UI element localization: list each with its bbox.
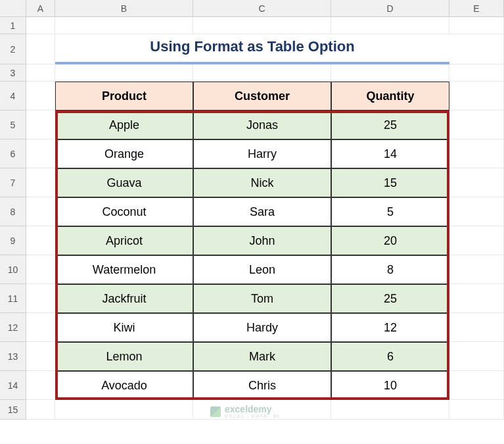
cell-c1[interactable]	[193, 17, 331, 34]
col-header-d[interactable]: D	[331, 0, 449, 17]
col-header-c[interactable]: C	[193, 0, 331, 17]
header-quantity[interactable]: Quantity	[331, 82, 449, 111]
cell-product-5[interactable]: Watermelon	[55, 255, 193, 284]
cell-product-7[interactable]: Kiwi	[55, 313, 193, 342]
cell-customer-7[interactable]: Hardy	[193, 313, 331, 342]
cell-quantity-4[interactable]: 20	[331, 226, 449, 255]
cell-product-2[interactable]: Guava	[55, 168, 193, 197]
row-header-5[interactable]: 5	[0, 111, 26, 139]
watermark-logo-icon	[210, 407, 221, 417]
cell-product-0[interactable]: Apple	[55, 111, 193, 139]
cell-a11[interactable]	[26, 284, 55, 313]
cell-customer-9[interactable]: Chris	[193, 371, 331, 400]
cell-e15[interactable]	[449, 400, 504, 420]
cell-product-8[interactable]: Lemon	[55, 342, 193, 371]
cell-e11[interactable]	[449, 284, 504, 313]
cell-quantity-2[interactable]: 15	[331, 168, 449, 197]
spreadsheet-grid: A B C D E 1 2 Using Format as Table Opti…	[0, 0, 504, 420]
cell-quantity-3[interactable]: 5	[331, 197, 449, 226]
row-header-12[interactable]: 12	[0, 313, 26, 342]
cell-product-6[interactable]: Jackfruit	[55, 284, 193, 313]
cell-a13[interactable]	[26, 342, 55, 371]
cell-e9[interactable]	[449, 226, 504, 255]
cell-customer-6[interactable]: Tom	[193, 284, 331, 313]
watermark: exceldemy EXCEL · DATA · BI	[210, 405, 280, 419]
cell-quantity-9[interactable]: 10	[331, 371, 449, 400]
row-header-2[interactable]: 2	[0, 34, 26, 64]
cell-quantity-0[interactable]: 25	[331, 111, 449, 139]
cell-a7[interactable]	[26, 168, 55, 197]
cell-customer-5[interactable]: Leon	[193, 255, 331, 284]
cell-quantity-7[interactable]: 12	[331, 313, 449, 342]
cell-d1[interactable]	[331, 17, 449, 34]
grid-corner	[0, 0, 26, 17]
cell-customer-4[interactable]: John	[193, 226, 331, 255]
cell-e4[interactable]	[449, 82, 504, 111]
cell-d3[interactable]	[331, 64, 449, 82]
cell-customer-3[interactable]: Sara	[193, 197, 331, 226]
cell-quantity-8[interactable]: 6	[331, 342, 449, 371]
row-header-13[interactable]: 13	[0, 342, 26, 371]
row-header-6[interactable]: 6	[0, 139, 26, 168]
cell-a1[interactable]	[26, 17, 55, 34]
cell-customer-2[interactable]: Nick	[193, 168, 331, 197]
cell-e12[interactable]	[449, 313, 504, 342]
row-header-4[interactable]: 4	[0, 82, 26, 111]
row-header-15[interactable]: 15	[0, 400, 26, 420]
cell-e8[interactable]	[449, 197, 504, 226]
watermark-main: exceldemy	[225, 405, 280, 414]
cell-a5[interactable]	[26, 111, 55, 139]
header-customer[interactable]: Customer	[193, 82, 331, 111]
cell-e10[interactable]	[449, 255, 504, 284]
cell-quantity-6[interactable]: 25	[331, 284, 449, 313]
page-title[interactable]: Using Format as Table Option	[55, 34, 449, 64]
cell-a12[interactable]	[26, 313, 55, 342]
cell-a14[interactable]	[26, 371, 55, 400]
cell-e7[interactable]	[449, 168, 504, 197]
cell-e14[interactable]	[449, 371, 504, 400]
cell-d15[interactable]	[331, 400, 449, 420]
row-header-11[interactable]: 11	[0, 284, 26, 313]
row-header-1[interactable]: 1	[0, 17, 26, 34]
row-header-9[interactable]: 9	[0, 226, 26, 255]
col-header-e[interactable]: E	[449, 0, 504, 17]
header-product[interactable]: Product	[55, 82, 193, 111]
cell-c3[interactable]	[193, 64, 331, 82]
row-header-14[interactable]: 14	[0, 371, 26, 400]
cell-e3[interactable]	[449, 64, 504, 82]
cell-a4[interactable]	[26, 82, 55, 111]
cell-a2[interactable]	[26, 34, 55, 64]
row-header-8[interactable]: 8	[0, 197, 26, 226]
row-header-10[interactable]: 10	[0, 255, 26, 284]
cell-a8[interactable]	[26, 197, 55, 226]
cell-a9[interactable]	[26, 226, 55, 255]
cell-a15[interactable]	[26, 400, 55, 420]
cell-b15[interactable]	[55, 400, 193, 420]
cell-a6[interactable]	[26, 139, 55, 168]
cell-e5[interactable]	[449, 111, 504, 139]
watermark-sub: EXCEL · DATA · BI	[225, 414, 280, 419]
row-header-3[interactable]: 3	[0, 64, 26, 82]
col-header-b[interactable]: B	[55, 0, 193, 17]
cell-e6[interactable]	[449, 139, 504, 168]
cell-product-4[interactable]: Apricot	[55, 226, 193, 255]
col-header-a[interactable]: A	[26, 0, 55, 17]
cell-customer-0[interactable]: Jonas	[193, 111, 331, 139]
cell-a10[interactable]	[26, 255, 55, 284]
cell-a3[interactable]	[26, 64, 55, 82]
cell-b3[interactable]	[55, 64, 193, 82]
cell-product-1[interactable]: Orange	[55, 139, 193, 168]
cell-e1[interactable]	[449, 17, 504, 34]
cell-product-3[interactable]: Coconut	[55, 197, 193, 226]
cell-e13[interactable]	[449, 342, 504, 371]
cell-e2[interactable]	[449, 34, 504, 64]
cell-quantity-5[interactable]: 8	[331, 255, 449, 284]
cell-customer-8[interactable]: Mark	[193, 342, 331, 371]
cell-b1[interactable]	[55, 17, 193, 34]
cell-quantity-1[interactable]: 14	[331, 139, 449, 168]
cell-customer-1[interactable]: Harry	[193, 139, 331, 168]
row-header-7[interactable]: 7	[0, 168, 26, 197]
cell-product-9[interactable]: Avocado	[55, 371, 193, 400]
